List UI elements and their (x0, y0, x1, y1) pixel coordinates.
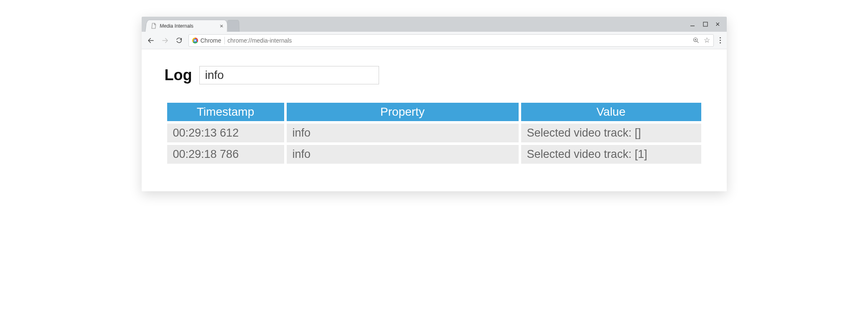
chrome-icon (192, 38, 198, 43)
browser-window: Media Internals × × Chrome (142, 17, 727, 191)
table-header-row: Timestamp Property Value (167, 103, 701, 121)
close-icon[interactable]: × (219, 23, 223, 29)
back-button[interactable] (146, 36, 156, 46)
menu-icon[interactable] (718, 36, 723, 45)
column-property: Property (287, 103, 519, 121)
table-row: 00:29:18 786infoSelected video track: [1… (167, 145, 701, 164)
cell-value: Selected video track: [] (521, 124, 701, 142)
column-value: Value (521, 103, 701, 121)
zoom-icon[interactable] (692, 37, 700, 44)
new-tab-button[interactable] (227, 20, 239, 32)
table-row: 00:29:13 612infoSelected video track: [] (167, 124, 701, 142)
tab-title: Media Internals (159, 23, 216, 28)
cell-timestamp: 00:29:18 786 (167, 145, 284, 164)
log-filter-input[interactable] (199, 66, 379, 84)
cell-property: info (287, 145, 519, 164)
cell-value: Selected video track: [1] (521, 145, 701, 164)
page-title: Log (165, 66, 192, 84)
svg-line-3 (697, 41, 698, 43)
reload-button[interactable] (174, 36, 184, 46)
svg-rect-1 (703, 22, 708, 26)
toolbar: Chrome ☆ (142, 32, 727, 49)
log-table: Timestamp Property Value 00:29:13 612inf… (165, 100, 704, 166)
file-icon (150, 23, 156, 29)
window-controls: × (690, 17, 720, 32)
bookmark-star-icon[interactable]: ☆ (704, 37, 710, 44)
browser-tab[interactable]: Media Internals × (145, 20, 229, 32)
cell-timestamp: 00:29:13 612 (167, 124, 284, 142)
window-close-icon[interactable]: × (715, 20, 720, 28)
cell-property: info (287, 124, 519, 142)
minimize-icon[interactable] (690, 21, 695, 27)
maximize-icon[interactable] (703, 22, 708, 27)
column-timestamp: Timestamp (167, 103, 284, 121)
address-bar[interactable]: Chrome ☆ (188, 34, 714, 47)
omnibox-actions: ☆ (692, 37, 710, 44)
origin-label: Chrome (201, 37, 225, 44)
tab-strip: Media Internals × × (142, 17, 727, 32)
url-input[interactable] (227, 37, 690, 44)
page-content: Log Timestamp Property Value 00:29:13 61… (142, 49, 727, 191)
forward-button[interactable] (160, 36, 170, 46)
